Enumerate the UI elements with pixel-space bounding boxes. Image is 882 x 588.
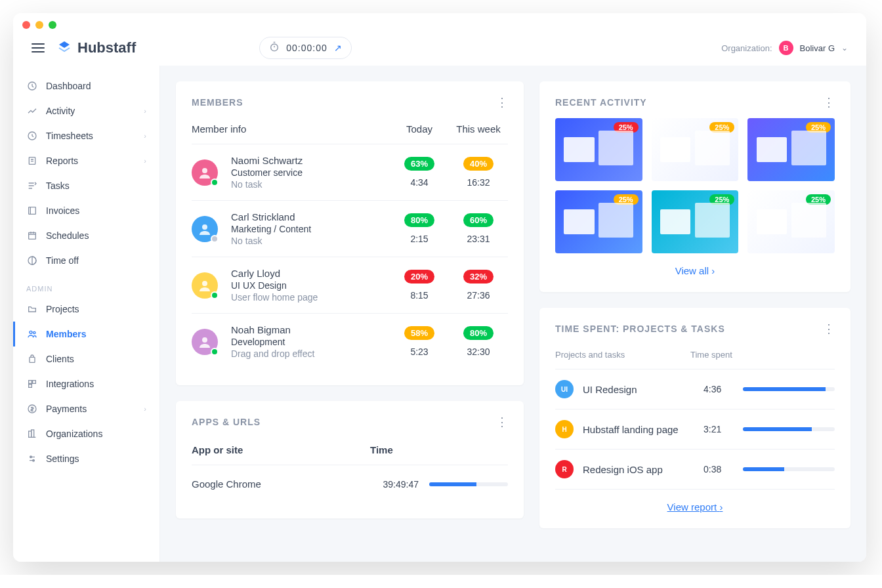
nav-label: Invoices: [46, 205, 79, 216]
nav-item-activity[interactable]: Activity›: [13, 98, 159, 123]
nav-label: Dashboard: [46, 81, 91, 91]
svg-rect-11: [33, 381, 36, 384]
nav-item-clients[interactable]: Clients: [13, 346, 159, 371]
svg-point-7: [30, 331, 32, 333]
screenshot-thumb[interactable]: 25%: [747, 118, 835, 181]
nav-label: Schedules: [46, 230, 89, 241]
timer-widget[interactable]: 00:00:00 ↗: [259, 37, 352, 59]
organizations-icon: [26, 428, 38, 440]
nav-item-members[interactable]: Members: [13, 322, 159, 346]
member-avatar: [192, 216, 218, 242]
week-percent-badge: 40%: [463, 157, 494, 171]
member-avatar: [192, 159, 218, 186]
member-task: No task: [231, 236, 390, 246]
schedules-icon: [26, 230, 38, 242]
nav-item-tasks[interactable]: Tasks: [13, 173, 159, 198]
screenshot-thumb[interactable]: 25%: [652, 118, 739, 181]
app-progress: [429, 482, 508, 486]
projects-icon: [26, 303, 38, 315]
dashboard-icon: [26, 80, 38, 92]
project-name: UI Redesign: [583, 384, 704, 395]
nav-item-time-off[interactable]: Time off: [13, 248, 159, 273]
member-role: Customer service: [231, 167, 390, 178]
org-switcher[interactable]: Organization: B Bolivar G ⌄: [721, 41, 848, 55]
chevron-right-icon: ›: [144, 132, 146, 140]
view-all-label: View all: [675, 265, 709, 276]
project-time: 0:38: [704, 464, 743, 474]
minimize-window[interactable]: [35, 21, 43, 29]
admin-section-label: ADMIN: [13, 273, 159, 297]
brand-name: Hubstaff: [77, 39, 136, 56]
nav-label: Clients: [46, 354, 74, 364]
screenshot-thumb[interactable]: 25%: [555, 118, 642, 181]
maximize-window[interactable]: [49, 21, 56, 29]
screenshot-thumb[interactable]: 25%: [652, 190, 739, 253]
member-role: Development: [231, 337, 390, 347]
timespent-more-icon[interactable]: ⋮: [823, 327, 835, 331]
project-row[interactable]: HHubstaff landing page3:21: [555, 410, 835, 450]
nav-item-dashboard[interactable]: Dashboard: [13, 74, 159, 98]
screenshot-thumb[interactable]: 25%: [555, 190, 642, 253]
member-row[interactable]: Carly LloydUI UX DesignUser flow home pa…: [192, 257, 508, 314]
timespent-header-row: Projects and tasks Time spent: [555, 345, 835, 369]
nav-item-integrations[interactable]: Integrations: [13, 371, 159, 396]
svg-point-19: [202, 224, 207, 230]
nav-label: Organizations: [46, 429, 102, 439]
recent-activity-card: RECENT ACTIVITY ⋮ 25%25%25%25%25%25% Vie…: [539, 81, 850, 292]
header: Hubstaff 00:00:00 ↗ Organization: B Boli…: [13, 37, 866, 66]
today-time: 4:34: [390, 177, 449, 188]
nav-item-invoices[interactable]: Invoices: [13, 198, 159, 223]
chevron-down-icon: ⌄: [841, 43, 848, 52]
project-name: Redesign iOS app: [583, 464, 704, 475]
timesheets-icon: [26, 130, 38, 142]
nav-item-settings[interactable]: Settings: [13, 446, 159, 471]
project-time: 3:21: [704, 424, 743, 434]
close-window[interactable]: [22, 21, 30, 29]
member-name: Naomi Schwartz: [231, 155, 390, 166]
menu-toggle[interactable]: [32, 43, 45, 52]
nav-item-projects[interactable]: Projects: [13, 297, 159, 322]
col-today: Today: [390, 123, 449, 135]
view-report-link[interactable]: View report ›: [555, 501, 835, 513]
week-percent-badge: 60%: [463, 213, 494, 227]
project-row[interactable]: UIUI Redesign4:36: [555, 369, 835, 410]
project-row[interactable]: RRedesign iOS app0:38: [555, 450, 835, 490]
week-percent-badge: 32%: [463, 270, 494, 284]
members-icon: [26, 328, 38, 340]
members-more-icon[interactable]: ⋮: [496, 100, 508, 104]
week-time: 23:31: [449, 234, 508, 244]
brand-logo[interactable]: Hubstaff: [56, 39, 136, 56]
nav-item-reports[interactable]: Reports›: [13, 148, 159, 173]
apps-more-icon[interactable]: ⋮: [496, 420, 508, 424]
col-projects: Projects and tasks: [555, 350, 690, 360]
app-row[interactable]: Google Chrome39:49:47: [192, 465, 508, 503]
status-indicator: [211, 291, 219, 299]
activity-icon: [26, 105, 38, 117]
view-all-link[interactable]: View all ›: [555, 265, 835, 276]
recent-more-icon[interactable]: ⋮: [823, 100, 835, 104]
sidebar: DashboardActivity›Timesheets›Reports›Tas…: [13, 66, 160, 562]
project-progress: [743, 427, 835, 431]
nav-item-schedules[interactable]: Schedules: [13, 223, 159, 248]
integrations-icon: [26, 378, 38, 390]
member-row[interactable]: Naomi SchwartzCustomer serviceNo task63%…: [192, 144, 508, 201]
settings-icon: [26, 453, 38, 465]
member-row[interactable]: Noah BigmanDevelopmentDrag and drop effe…: [192, 314, 508, 369]
screenshot-thumb[interactable]: 25%: [747, 190, 835, 253]
nav-item-timesheets[interactable]: Timesheets›: [13, 123, 159, 148]
member-avatar: [192, 272, 218, 299]
member-name: Carly Lloyd: [231, 268, 390, 279]
member-task: User flow home page: [231, 292, 390, 303]
app-window: Hubstaff 00:00:00 ↗ Organization: B Boli…: [13, 13, 866, 562]
project-progress: [743, 387, 835, 391]
member-row[interactable]: Carl StricklandMarketing / ContentNo tas…: [192, 201, 508, 257]
nav-item-organizations[interactable]: Organizations: [13, 421, 159, 446]
col-app-time: Time: [370, 444, 508, 455]
org-label: Organization:: [721, 43, 772, 53]
timer-expand-icon[interactable]: ↗: [334, 43, 342, 53]
chevron-right-icon: ›: [719, 501, 723, 513]
view-report-label: View report: [667, 501, 717, 513]
project-name: Hubstaff landing page: [583, 424, 704, 435]
nav-item-payments[interactable]: Payments›: [13, 396, 159, 421]
member-avatar: [192, 329, 218, 355]
